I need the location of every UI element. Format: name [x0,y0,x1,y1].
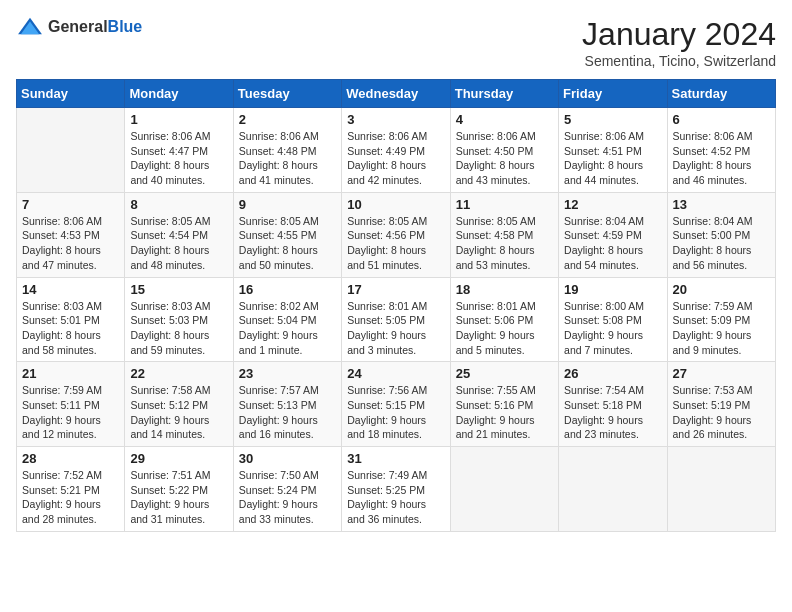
day-number: 3 [347,112,444,127]
calendar-cell: 10Sunrise: 8:05 AMSunset: 4:56 PMDayligh… [342,192,450,277]
calendar-cell: 3Sunrise: 8:06 AMSunset: 4:49 PMDaylight… [342,108,450,193]
header-saturday: Saturday [667,80,775,108]
day-number: 14 [22,282,119,297]
calendar-cell: 24Sunrise: 7:56 AMSunset: 5:15 PMDayligh… [342,362,450,447]
month-title: January 2024 [582,16,776,53]
day-number: 19 [564,282,661,297]
calendar-cell: 19Sunrise: 8:00 AMSunset: 5:08 PMDayligh… [559,277,667,362]
day-info: Sunrise: 8:01 AMSunset: 5:05 PMDaylight:… [347,299,444,358]
day-number: 31 [347,451,444,466]
day-number: 18 [456,282,553,297]
calendar-cell: 20Sunrise: 7:59 AMSunset: 5:09 PMDayligh… [667,277,775,362]
calendar-cell [17,108,125,193]
day-info: Sunrise: 8:02 AMSunset: 5:04 PMDaylight:… [239,299,336,358]
title-area: January 2024 Sementina, Ticino, Switzerl… [582,16,776,69]
calendar-cell: 31Sunrise: 7:49 AMSunset: 5:25 PMDayligh… [342,447,450,532]
day-info: Sunrise: 8:03 AMSunset: 5:03 PMDaylight:… [130,299,227,358]
calendar-cell: 22Sunrise: 7:58 AMSunset: 5:12 PMDayligh… [125,362,233,447]
day-number: 24 [347,366,444,381]
calendar-cell [667,447,775,532]
calendar-cell: 21Sunrise: 7:59 AMSunset: 5:11 PMDayligh… [17,362,125,447]
calendar-cell: 14Sunrise: 8:03 AMSunset: 5:01 PMDayligh… [17,277,125,362]
day-number: 12 [564,197,661,212]
day-number: 11 [456,197,553,212]
day-number: 15 [130,282,227,297]
day-number: 21 [22,366,119,381]
calendar-cell: 26Sunrise: 7:54 AMSunset: 5:18 PMDayligh… [559,362,667,447]
day-number: 7 [22,197,119,212]
day-info: Sunrise: 7:57 AMSunset: 5:13 PMDaylight:… [239,383,336,442]
location-title: Sementina, Ticino, Switzerland [582,53,776,69]
calendar-cell: 30Sunrise: 7:50 AMSunset: 5:24 PMDayligh… [233,447,341,532]
day-info: Sunrise: 7:51 AMSunset: 5:22 PMDaylight:… [130,468,227,527]
day-info: Sunrise: 8:06 AMSunset: 4:49 PMDaylight:… [347,129,444,188]
page-header: GeneralBlue January 2024 Sementina, Tici… [16,16,776,69]
day-info: Sunrise: 8:05 AMSunset: 4:55 PMDaylight:… [239,214,336,273]
day-info: Sunrise: 7:49 AMSunset: 5:25 PMDaylight:… [347,468,444,527]
week-row-4: 21Sunrise: 7:59 AMSunset: 5:11 PMDayligh… [17,362,776,447]
day-info: Sunrise: 8:05 AMSunset: 4:54 PMDaylight:… [130,214,227,273]
header-tuesday: Tuesday [233,80,341,108]
calendar-cell: 5Sunrise: 8:06 AMSunset: 4:51 PMDaylight… [559,108,667,193]
calendar-cell: 29Sunrise: 7:51 AMSunset: 5:22 PMDayligh… [125,447,233,532]
logo: GeneralBlue [16,16,142,38]
calendar-table: SundayMondayTuesdayWednesdayThursdayFrid… [16,79,776,532]
day-number: 29 [130,451,227,466]
day-info: Sunrise: 8:06 AMSunset: 4:52 PMDaylight:… [673,129,770,188]
week-row-1: 1Sunrise: 8:06 AMSunset: 4:47 PMDaylight… [17,108,776,193]
calendar-cell: 23Sunrise: 7:57 AMSunset: 5:13 PMDayligh… [233,362,341,447]
day-number: 2 [239,112,336,127]
calendar-cell: 27Sunrise: 7:53 AMSunset: 5:19 PMDayligh… [667,362,775,447]
day-info: Sunrise: 7:59 AMSunset: 5:11 PMDaylight:… [22,383,119,442]
day-number: 9 [239,197,336,212]
calendar-cell: 13Sunrise: 8:04 AMSunset: 5:00 PMDayligh… [667,192,775,277]
day-info: Sunrise: 8:06 AMSunset: 4:47 PMDaylight:… [130,129,227,188]
day-info: Sunrise: 8:03 AMSunset: 5:01 PMDaylight:… [22,299,119,358]
day-number: 30 [239,451,336,466]
day-info: Sunrise: 8:06 AMSunset: 4:51 PMDaylight:… [564,129,661,188]
day-info: Sunrise: 8:04 AMSunset: 4:59 PMDaylight:… [564,214,661,273]
day-number: 1 [130,112,227,127]
day-number: 27 [673,366,770,381]
calendar-cell: 6Sunrise: 8:06 AMSunset: 4:52 PMDaylight… [667,108,775,193]
day-number: 23 [239,366,336,381]
calendar-cell: 12Sunrise: 8:04 AMSunset: 4:59 PMDayligh… [559,192,667,277]
logo-blue: Blue [108,18,143,35]
logo-icon [16,16,44,38]
logo-general: General [48,18,108,35]
day-info: Sunrise: 7:56 AMSunset: 5:15 PMDaylight:… [347,383,444,442]
calendar-cell [559,447,667,532]
day-number: 4 [456,112,553,127]
day-info: Sunrise: 7:59 AMSunset: 5:09 PMDaylight:… [673,299,770,358]
day-info: Sunrise: 7:55 AMSunset: 5:16 PMDaylight:… [456,383,553,442]
day-number: 25 [456,366,553,381]
day-info: Sunrise: 7:50 AMSunset: 5:24 PMDaylight:… [239,468,336,527]
day-number: 8 [130,197,227,212]
day-info: Sunrise: 7:58 AMSunset: 5:12 PMDaylight:… [130,383,227,442]
header-friday: Friday [559,80,667,108]
day-info: Sunrise: 8:04 AMSunset: 5:00 PMDaylight:… [673,214,770,273]
day-number: 20 [673,282,770,297]
calendar-cell: 2Sunrise: 8:06 AMSunset: 4:48 PMDaylight… [233,108,341,193]
calendar-cell: 8Sunrise: 8:05 AMSunset: 4:54 PMDaylight… [125,192,233,277]
week-row-3: 14Sunrise: 8:03 AMSunset: 5:01 PMDayligh… [17,277,776,362]
calendar-cell: 15Sunrise: 8:03 AMSunset: 5:03 PMDayligh… [125,277,233,362]
calendar-cell: 17Sunrise: 8:01 AMSunset: 5:05 PMDayligh… [342,277,450,362]
header-row: SundayMondayTuesdayWednesdayThursdayFrid… [17,80,776,108]
day-number: 10 [347,197,444,212]
day-info: Sunrise: 8:05 AMSunset: 4:58 PMDaylight:… [456,214,553,273]
day-number: 17 [347,282,444,297]
week-row-5: 28Sunrise: 7:52 AMSunset: 5:21 PMDayligh… [17,447,776,532]
calendar-cell: 18Sunrise: 8:01 AMSunset: 5:06 PMDayligh… [450,277,558,362]
day-number: 13 [673,197,770,212]
header-thursday: Thursday [450,80,558,108]
day-info: Sunrise: 8:00 AMSunset: 5:08 PMDaylight:… [564,299,661,358]
calendar-cell: 28Sunrise: 7:52 AMSunset: 5:21 PMDayligh… [17,447,125,532]
day-info: Sunrise: 8:05 AMSunset: 4:56 PMDaylight:… [347,214,444,273]
calendar-cell: 25Sunrise: 7:55 AMSunset: 5:16 PMDayligh… [450,362,558,447]
calendar-cell: 16Sunrise: 8:02 AMSunset: 5:04 PMDayligh… [233,277,341,362]
day-info: Sunrise: 8:06 AMSunset: 4:50 PMDaylight:… [456,129,553,188]
day-number: 22 [130,366,227,381]
day-info: Sunrise: 7:54 AMSunset: 5:18 PMDaylight:… [564,383,661,442]
header-monday: Monday [125,80,233,108]
